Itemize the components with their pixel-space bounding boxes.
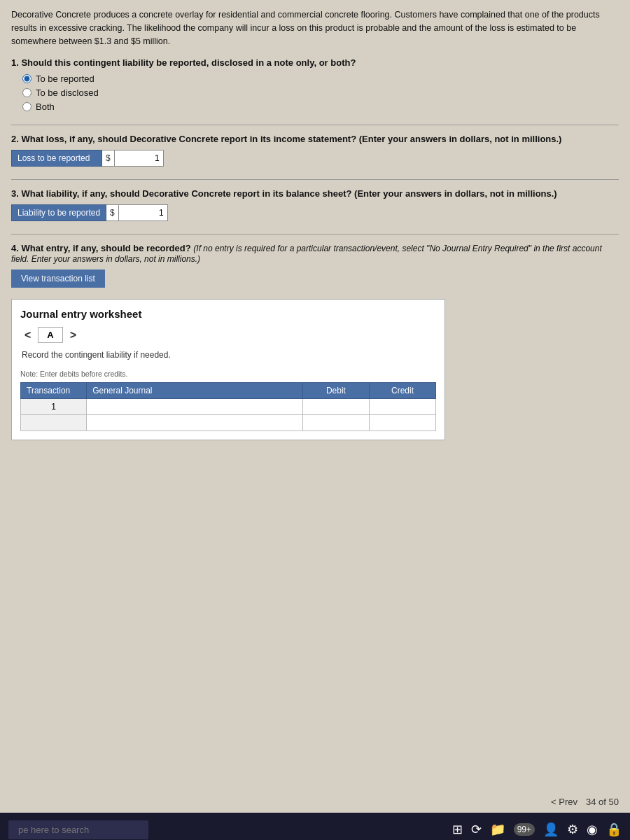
col-transaction: Transaction [21, 383, 87, 399]
main-content: Decorative Concrete produces a concrete … [0, 0, 630, 791]
radio-disclosed-label: To be disclosed [36, 88, 99, 98]
bottom-navigation: < Prev 34 of 50 [0, 791, 630, 813]
journal-note: Note: Enter debits before credits. [20, 370, 436, 378]
gj-input-2[interactable] [92, 418, 297, 428]
tab-prev-arrow[interactable]: < [20, 328, 35, 343]
taskbar-icons: ⊞ ⟳ 📁 99+ 👤 ⚙ ◉ 🔒 [452, 822, 622, 837]
radio-disclosed-input[interactable] [22, 88, 31, 97]
q3-label-text: 3. What liability, if any, should Decora… [11, 188, 351, 199]
col-debit: Debit [302, 383, 369, 399]
q3-value-cell[interactable] [119, 204, 168, 221]
credit-input-2[interactable] [375, 418, 430, 428]
search-input[interactable] [8, 820, 148, 839]
question-3-block: 3. What liability, if any, should Decora… [11, 188, 619, 221]
q2-bold-text: (Enter your answers in dollars, not in m… [359, 134, 562, 144]
tab-navigation: < A > [20, 327, 436, 343]
user-icon[interactable]: 👤 [543, 822, 559, 837]
radio-reported-input[interactable] [22, 74, 31, 83]
table-row: 1 [21, 399, 436, 415]
q3-row-label: Liability to be reported [11, 204, 106, 221]
notification-badge[interactable]: 99+ [514, 823, 535, 836]
gj-cell-1[interactable] [87, 399, 303, 415]
intro-text: Decorative Concrete produces a concrete … [11, 10, 600, 46]
view-transaction-list-button[interactable]: View transaction list [11, 270, 105, 288]
page-indicator: 34 of 50 [586, 797, 619, 807]
tab-next-arrow[interactable]: > [66, 328, 80, 343]
taskbar: ⊞ ⟳ 📁 99+ 👤 ⚙ ◉ 🔒 [0, 813, 630, 840]
radio-reported-label: To be reported [36, 74, 94, 84]
question-4-block: 4. What entry, if any, should be recorde… [11, 243, 619, 440]
gj-cell-2[interactable] [87, 415, 303, 431]
transaction-num-1: 1 [21, 399, 87, 415]
debit-cell-2[interactable] [302, 415, 369, 431]
journal-worksheet: Journal entry worksheet < A > Record the… [11, 299, 445, 440]
q2-label: 2. What loss, if any, should Decorative … [11, 134, 619, 144]
gj-input-1[interactable] [92, 402, 297, 412]
chrome-icon[interactable]: ◉ [587, 822, 598, 837]
credit-cell-2[interactable] [369, 415, 435, 431]
radio-both-input[interactable] [22, 102, 31, 111]
edge-icon[interactable]: ⟳ [471, 822, 482, 837]
worksheet-description: Record the contingent liability if neede… [22, 350, 436, 360]
divider-1 [11, 125, 619, 125]
q2-input[interactable] [118, 153, 160, 163]
col-credit: Credit [369, 383, 435, 399]
q3-dollar-sign: $ [106, 204, 119, 221]
q1-radio-group: To be reported To be disclosed Both [22, 74, 619, 112]
q2-input-row: Loss to be reported $ [11, 150, 619, 167]
divider-3 [11, 234, 619, 234]
radio-both-label: Both [36, 102, 55, 112]
lock-icon[interactable]: 🔒 [606, 822, 622, 837]
debit-cell-1[interactable] [302, 399, 369, 415]
q2-dollar-sign: $ [102, 150, 115, 167]
journal-table: Transaction General Journal Debit Credit… [20, 382, 436, 431]
radio-both[interactable]: Both [22, 102, 619, 112]
prev-button[interactable]: < Prev [551, 797, 578, 807]
radio-to-be-disclosed[interactable]: To be disclosed [22, 88, 619, 98]
q3-input-row: Liability to be reported $ [11, 204, 619, 221]
table-row [21, 415, 436, 431]
tab-a[interactable]: A [38, 327, 62, 343]
q2-label-text: 2. What loss, if any, should Decorative … [11, 134, 356, 144]
divider-2 [11, 179, 619, 180]
settings-icon[interactable]: ⚙ [567, 822, 578, 837]
col-general-journal: General Journal [87, 383, 303, 399]
q3-input[interactable] [122, 208, 164, 218]
journal-title: Journal entry worksheet [20, 308, 436, 320]
q2-value-cell[interactable] [115, 150, 164, 167]
file-icon[interactable]: 📁 [490, 822, 505, 837]
credit-input-1[interactable] [375, 402, 430, 412]
question-2-block: 2. What loss, if any, should Decorative … [11, 134, 619, 167]
q4-label-text: 4. What entry, if any, should be recorde… [11, 243, 191, 253]
transaction-num-2 [21, 415, 87, 431]
q2-row-label: Loss to be reported [11, 150, 102, 167]
q3-bold-text: (Enter your answers in dollars, not in m… [354, 188, 557, 199]
question-1-block: 1. Should this contingent liability be r… [11, 57, 619, 112]
q1-label: 1. Should this contingent liability be r… [11, 57, 619, 68]
credit-cell-1[interactable] [369, 399, 435, 415]
debit-input-2[interactable] [309, 418, 363, 428]
windows-icon[interactable]: ⊞ [452, 822, 463, 837]
q3-label: 3. What liability, if any, should Decora… [11, 188, 619, 199]
intro-paragraph: Decorative Concrete produces a concrete … [11, 8, 619, 48]
q4-label: 4. What entry, if any, should be recorde… [11, 243, 619, 264]
radio-to-be-reported[interactable]: To be reported [22, 74, 619, 84]
debit-input-1[interactable] [309, 402, 363, 412]
